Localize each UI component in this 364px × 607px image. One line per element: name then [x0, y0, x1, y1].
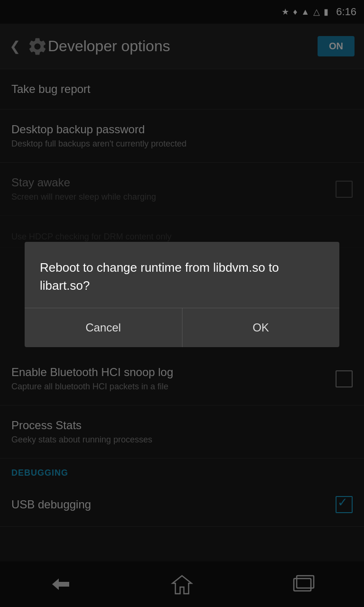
dialog-ok-button[interactable]: OK [182, 308, 340, 347]
dialog-cancel-button[interactable]: Cancel [25, 308, 182, 347]
dialog-message: Reboot to change runtime from libdvm.so … [25, 242, 339, 308]
dialog-buttons: Cancel OK [25, 308, 339, 347]
runtime-change-dialog: Reboot to change runtime from libdvm.so … [25, 242, 339, 347]
